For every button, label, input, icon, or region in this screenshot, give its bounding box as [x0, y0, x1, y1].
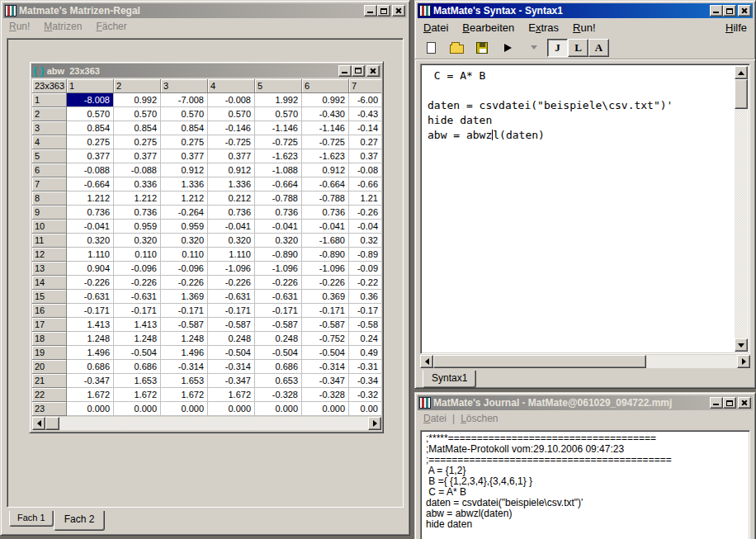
- matrix-cell[interactable]: -0.08: [349, 163, 381, 177]
- matrix-cell[interactable]: 0.570: [67, 107, 114, 121]
- scroll-thumb[interactable]: [433, 355, 646, 368]
- menu-item-datei[interactable]: Datei: [423, 21, 448, 34]
- editor-horizontal-scrollbar[interactable]: [420, 355, 750, 368]
- matrix-cell[interactable]: 1.992: [255, 93, 302, 107]
- matrix-cell[interactable]: -0.041: [208, 220, 255, 234]
- matrix-row-header[interactable]: 17: [32, 318, 67, 332]
- matrix-cell[interactable]: 1.336: [161, 177, 208, 191]
- matrix-cell[interactable]: 0.27: [349, 135, 381, 149]
- matrix-cell[interactable]: -0.096: [161, 262, 208, 276]
- matrix-cell[interactable]: 1.21: [349, 191, 381, 206]
- matrix-cell[interactable]: -0.328: [302, 388, 349, 402]
- matrix-cell[interactable]: -0.587: [161, 318, 208, 332]
- matrix-cell[interactable]: -0.171: [208, 304, 255, 318]
- matrix-cell[interactable]: -0.347: [67, 374, 114, 388]
- matrix-cell[interactable]: 1.110: [208, 248, 255, 262]
- matrix-cell[interactable]: -1.680: [302, 234, 349, 248]
- matrix-cell[interactable]: -0.04: [349, 220, 381, 234]
- scroll-thumb[interactable]: [45, 417, 59, 430]
- matrix-cell[interactable]: -0.171: [161, 304, 208, 318]
- matrix-cell[interactable]: -0.226: [161, 276, 208, 290]
- matrix-cell[interactable]: 0.377: [208, 149, 255, 163]
- matrix-cell[interactable]: -0.041: [67, 220, 114, 234]
- menu-item-datei[interactable]: Datei: [423, 413, 447, 424]
- matrix-cell[interactable]: 0.377: [67, 149, 114, 163]
- close-button[interactable]: [738, 397, 751, 409]
- matrix-cell[interactable]: 1.672: [67, 388, 114, 402]
- matrix-row-header[interactable]: 15: [32, 290, 67, 304]
- matrix-row-header[interactable]: 4: [32, 135, 67, 149]
- matrix-cell[interactable]: 0.904: [67, 262, 114, 276]
- matrix-cell[interactable]: -1.096: [302, 262, 349, 276]
- matrix-cell[interactable]: -0.631: [67, 290, 114, 304]
- matrix-cell[interactable]: 0.275: [161, 135, 208, 149]
- matrix-cell[interactable]: -0.752: [302, 332, 349, 346]
- matrix-cell[interactable]: 1.496: [161, 346, 208, 360]
- scroll-track[interactable]: [646, 355, 737, 368]
- menu-item-löschen[interactable]: Löschen: [461, 413, 498, 424]
- menu-item-extras[interactable]: Extras: [528, 21, 559, 34]
- matrix-cell[interactable]: -0.171: [67, 304, 114, 318]
- matrix-row-header[interactable]: 18: [32, 332, 67, 346]
- scroll-up-button[interactable]: [735, 66, 748, 79]
- matrix-cell[interactable]: 0.959: [161, 220, 208, 234]
- matrix-cell[interactable]: 0.686: [255, 360, 302, 374]
- matrix-cell[interactable]: 0.000: [114, 402, 161, 416]
- matrix-cell[interactable]: -6.00: [349, 93, 381, 107]
- matrix-row-header[interactable]: 1: [32, 93, 67, 107]
- matrix-cell[interactable]: 0.320: [114, 234, 161, 248]
- matrix-cell[interactable]: -0.890: [302, 248, 349, 262]
- matrix-cell[interactable]: -0.314: [208, 360, 255, 374]
- matrix-cell[interactable]: 0.992: [302, 93, 349, 107]
- matrix-cell[interactable]: 0.570: [114, 107, 161, 121]
- matrix-cell[interactable]: 0.000: [302, 402, 349, 416]
- matrix-cell[interactable]: 1.413: [67, 318, 114, 332]
- scroll-track[interactable]: [59, 417, 368, 430]
- matrix-cell[interactable]: 0.00: [349, 402, 381, 416]
- matrix-cell[interactable]: 1.672: [208, 388, 255, 402]
- run-button[interactable]: [498, 38, 517, 58]
- matrix-cell[interactable]: 0.275: [114, 135, 161, 149]
- regal-titlebar[interactable]: Matmate's Matrizen-Regal: [3, 3, 407, 18]
- matrix-cell[interactable]: 0.992: [114, 93, 161, 107]
- matrix-cell[interactable]: 0.736: [67, 206, 114, 220]
- matrix-cell[interactable]: 0.369: [302, 290, 349, 304]
- matrix-row-header[interactable]: 2: [32, 107, 67, 121]
- matrix-cell[interactable]: -0.788: [255, 191, 302, 206]
- matrix-cell[interactable]: 0.570: [208, 107, 255, 121]
- menu-item-run[interactable]: Run!: [573, 21, 595, 34]
- matrix-cell[interactable]: -0.587: [255, 318, 302, 332]
- matrix-cell[interactable]: -0.226: [255, 276, 302, 290]
- minimize-button[interactable]: [338, 65, 352, 77]
- matrix-cell[interactable]: -0.587: [302, 318, 349, 332]
- matrix-row-header[interactable]: 9: [32, 206, 67, 220]
- matrix-cell[interactable]: -0.725: [208, 135, 255, 149]
- matrix-cell[interactable]: -0.171: [255, 304, 302, 318]
- matrix-cell[interactable]: -7.008: [161, 93, 208, 107]
- maximize-button[interactable]: [723, 5, 736, 17]
- matrix-cell[interactable]: -0.17: [349, 304, 381, 318]
- matrix-cell[interactable]: 0.686: [114, 360, 161, 374]
- matrix-row-header[interactable]: 3: [32, 121, 67, 135]
- scroll-thumb[interactable]: [735, 79, 748, 109]
- matrix-cell[interactable]: 1.212: [114, 191, 161, 206]
- matrix-row-header[interactable]: 16: [32, 304, 67, 318]
- matrix-cell[interactable]: -0.226: [67, 276, 114, 290]
- matrix-cell[interactable]: 0.570: [255, 107, 302, 121]
- open-button[interactable]: [447, 38, 466, 58]
- matrix-column-header[interactable]: 1: [67, 79, 114, 93]
- matrix-cell[interactable]: 0.336: [114, 177, 161, 191]
- matrix-cell[interactable]: -0.631: [255, 290, 302, 304]
- scroll-right-button[interactable]: [737, 355, 750, 368]
- matrix-cell[interactable]: 0.736: [255, 206, 302, 220]
- matrix-cell[interactable]: 0.000: [208, 402, 255, 416]
- matrix-cell[interactable]: 1.248: [114, 332, 161, 346]
- matrix-cell[interactable]: -0.504: [255, 346, 302, 360]
- matrix-cell[interactable]: -1.623: [255, 149, 302, 163]
- matrix-cell[interactable]: 0.248: [208, 332, 255, 346]
- matrix-cell[interactable]: 0.110: [114, 248, 161, 262]
- matrix-cell[interactable]: 0.320: [208, 234, 255, 248]
- matrix-cell[interactable]: -0.504: [302, 346, 349, 360]
- matrix-row-header[interactable]: 12: [32, 248, 67, 262]
- syntax-titlebar[interactable]: MatMate's Syntax - Syntax1: [418, 3, 753, 18]
